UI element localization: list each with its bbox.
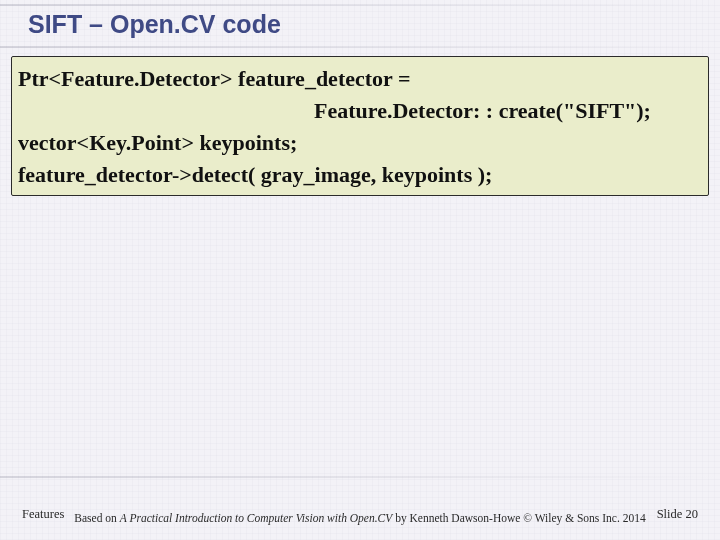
footer-attr-suffix: by Kenneth Dawson-Howe © Wiley & Sons In… xyxy=(392,512,645,524)
decor-line-top-1 xyxy=(0,4,720,6)
code-line-1: Ptr<Feature.Detector> feature_detector = xyxy=(18,63,700,95)
footer-attr-prefix: Based on xyxy=(74,512,119,524)
decor-line-bottom xyxy=(0,476,720,478)
footer-slide-number: Slide 20 xyxy=(657,507,698,522)
footer: Features Based on A Practical Introducti… xyxy=(0,498,720,532)
code-box: Ptr<Feature.Detector> feature_detector =… xyxy=(11,56,709,196)
code-line-3: vector<Key.Point> keypoints; xyxy=(18,127,700,159)
slide: SIFT – Open.CV code Ptr<Feature.Detector… xyxy=(0,0,720,540)
code-line-4: feature_detector->detect( gray_image, ke… xyxy=(18,159,700,191)
decor-line-top-2 xyxy=(0,46,720,48)
footer-attr-book: A Practical Introduction to Computer Vis… xyxy=(120,512,393,524)
slide-title: SIFT – Open.CV code xyxy=(28,10,281,39)
code-line-2: Feature.Detector: : create("SIFT"); xyxy=(18,95,700,127)
footer-attribution: Based on A Practical Introduction to Com… xyxy=(0,511,720,526)
